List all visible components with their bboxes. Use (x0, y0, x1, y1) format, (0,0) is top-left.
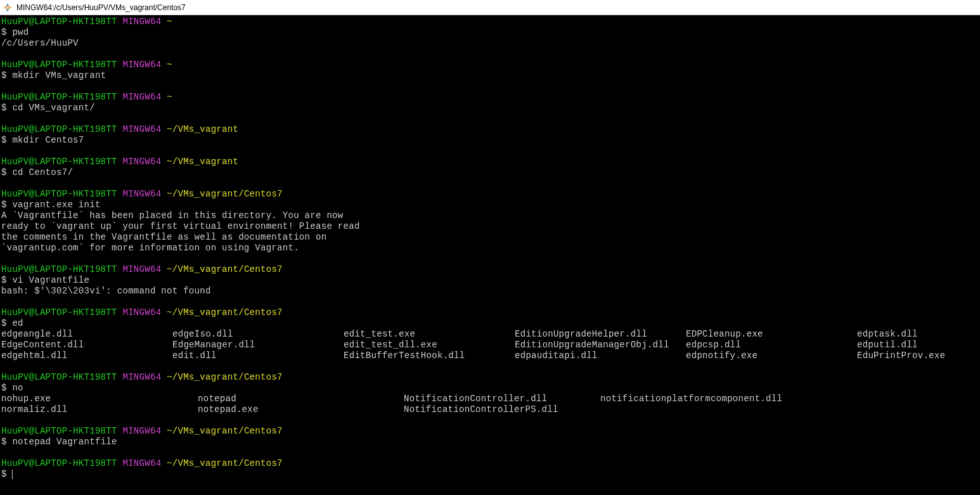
command-line[interactable]: $ notepad Vagrantfile (1, 437, 979, 447)
tab-completion-row: EdgeContent.dllEdgeManager.dlledit_test_… (1, 340, 979, 350)
prompt-host: MINGW64 (122, 157, 161, 167)
prompt-user: HuuPV@LAPTOP-HKT198TT (1, 92, 117, 102)
tab-completion-row: edgehtml.dlledit.dllEditBufferTestHook.d… (1, 350, 979, 361)
blank-line (1, 49, 979, 60)
command-line[interactable]: $ cd Centos7/ (1, 167, 979, 178)
prompt-line: HuuPV@LAPTOP-HKT198TT MINGW64 ~/VMs_vagr… (1, 307, 979, 318)
tab-completion-item: normaliz.dll (1, 404, 198, 415)
tab-completion-item: EditionUpgradeHelper.dll (515, 329, 686, 340)
command-text: pwd (12, 27, 29, 37)
prompt-line: HuuPV@LAPTOP-HKT198TT MINGW64 ~/VMs_vagr… (1, 189, 979, 200)
blank-line (1, 81, 979, 92)
prompt-path: ~ (167, 16, 172, 27)
command-line[interactable]: $ mkdir Centos7 (1, 135, 979, 146)
command-line[interactable]: $ (1, 469, 979, 480)
tab-completion-item: edgeangle.dll (1, 329, 172, 340)
blank-line (1, 447, 979, 458)
prompt-host: MINGW64 (122, 458, 161, 468)
prompt-host: MINGW64 (122, 426, 161, 436)
prompt-host: MINGW64 (122, 189, 161, 199)
prompt-symbol: $ (1, 469, 12, 479)
tab-completion-item: edgeIso.dll (172, 329, 344, 340)
command-text: ed (12, 318, 23, 328)
prompt-symbol: $ (1, 275, 12, 285)
output-line: A `Vagrantfile` has been placed in this … (1, 210, 979, 221)
prompt-user: HuuPV@LAPTOP-HKT198TT (1, 426, 117, 436)
tab-completion-item: edgehtml.dll (1, 350, 172, 361)
output-line: the comments in the Vagrantfile as well … (1, 232, 979, 243)
tab-completion-item: edpcsp.dll (686, 340, 857, 350)
prompt-user: HuuPV@LAPTOP-HKT198TT (1, 458, 117, 468)
tab-completion-item: EdgeManager.dll (172, 340, 344, 350)
prompt-symbol: $ (1, 103, 12, 113)
prompt-host: MINGW64 (122, 124, 161, 134)
tab-completion-item: notificationplatformcomponent.dll (600, 394, 822, 404)
prompt-path: ~ (167, 60, 172, 70)
command-line[interactable]: $ no (1, 383, 979, 394)
tab-completion-row: edgeangle.dlledgeIso.dlledit_test.exeEdi… (1, 329, 979, 340)
prompt-user: HuuPV@LAPTOP-HKT198TT (1, 372, 117, 382)
prompt-path: ~ (167, 92, 172, 102)
tab-completion-item (600, 404, 822, 415)
prompt-symbol: $ (1, 200, 12, 210)
output-line: /c/Users/HuuPV (1, 38, 979, 49)
blank-line (1, 113, 979, 124)
prompt-symbol: $ (1, 383, 12, 393)
prompt-user: HuuPV@LAPTOP-HKT198TT (1, 60, 117, 70)
command-line[interactable]: $ pwd (1, 27, 979, 38)
prompt-path: ~/VMs_vagrant/Centos7 (167, 189, 283, 199)
prompt-user: HuuPV@LAPTOP-HKT198TT (1, 264, 117, 274)
command-text: notepad Vagrantfile (12, 437, 117, 447)
tab-completion-item: notepad.exe (198, 404, 404, 415)
prompt-line: HuuPV@LAPTOP-HKT198TT MINGW64 ~/VMs_vagr… (1, 372, 979, 383)
tab-completion-item: NotificationController.dll (404, 394, 600, 404)
tab-completion-item: nohup.exe (1, 394, 198, 404)
command-text: mkdir Centos7 (12, 135, 84, 145)
tab-completion-item: edputil.dll (857, 340, 971, 350)
output-line: bash: $'\302\203vi': command not found (1, 286, 979, 297)
prompt-host: MINGW64 (122, 60, 161, 70)
prompt-symbol: $ (1, 27, 12, 37)
command-line[interactable]: $ vi Vagrantfile (1, 275, 979, 286)
prompt-line: HuuPV@LAPTOP-HKT198TT MINGW64 ~/VMs_vagr… (1, 426, 979, 437)
prompt-host: MINGW64 (122, 92, 161, 102)
tab-completion-item: edpnotify.exe (686, 350, 857, 361)
tab-completion-item: edptask.dll (857, 329, 971, 340)
command-line[interactable]: $ ed (1, 318, 979, 329)
tab-completion-item: NotificationControllerPS.dll (404, 404, 600, 415)
prompt-user: HuuPV@LAPTOP-HKT198TT (1, 16, 117, 27)
terminal-area[interactable]: HuuPV@LAPTOP-HKT198TT MINGW64 ~$ pwd/c/U… (0, 15, 980, 495)
command-line[interactable]: $ cd VMs_vagrant/ (1, 103, 979, 113)
blank-line (1, 415, 979, 426)
blank-line (1, 146, 979, 157)
prompt-host: MINGW64 (122, 372, 161, 382)
prompt-line: HuuPV@LAPTOP-HKT198TT MINGW64 ~/VMs_vagr… (1, 124, 979, 135)
tab-completion-item: EditionUpgradeManagerObj.dll (515, 340, 686, 350)
tab-completion-item: edit_test_dll.exe (344, 340, 515, 350)
prompt-path: ~/VMs_vagrant (167, 157, 238, 167)
prompt-line: HuuPV@LAPTOP-HKT198TT MINGW64 ~ (1, 16, 979, 27)
mingw-icon (3, 3, 13, 13)
command-text: vi Vagrantfile (12, 275, 89, 285)
prompt-path: ~/VMs_vagrant (167, 124, 238, 134)
prompt-line: HuuPV@LAPTOP-HKT198TT MINGW64 ~/VMs_vagr… (1, 264, 979, 275)
window-titlebar[interactable]: MINGW64:/c/Users/HuuPV/VMs_vagrant/Cento… (0, 0, 980, 15)
prompt-path: ~/VMs_vagrant/Centos7 (167, 426, 283, 436)
prompt-user: HuuPV@LAPTOP-HKT198TT (1, 307, 117, 318)
prompt-symbol: $ (1, 70, 12, 80)
prompt-host: MINGW64 (122, 264, 161, 274)
cursor (12, 470, 13, 479)
blank-line (1, 178, 979, 189)
command-line[interactable]: $ vagrant.exe init (1, 200, 979, 210)
command-line[interactable]: $ mkdir VMs_vagrant (1, 70, 979, 81)
command-text: no (12, 383, 23, 393)
tab-completion-item: edit_test.exe (344, 329, 515, 340)
command-text: mkdir VMs_vagrant (12, 70, 106, 80)
prompt-symbol: $ (1, 318, 12, 328)
prompt-user: HuuPV@LAPTOP-HKT198TT (1, 189, 117, 199)
tab-completion-item: EDPCleanup.exe (686, 329, 857, 340)
tab-completion-row: normaliz.dllnotepad.exeNotificationContr… (1, 404, 979, 415)
prompt-symbol: $ (1, 135, 12, 145)
tab-completion-item: notepad (198, 394, 404, 404)
window-title: MINGW64:/c/Users/HuuPV/VMs_vagrant/Cento… (16, 3, 186, 12)
